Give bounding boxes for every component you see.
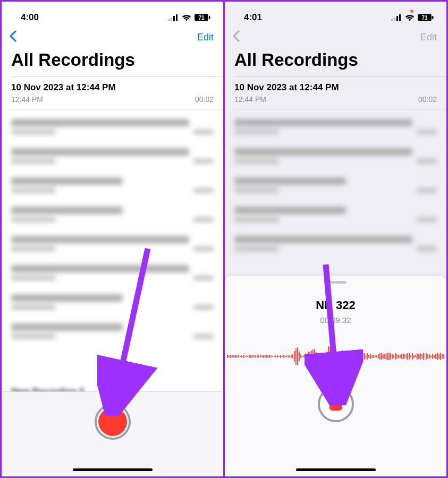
recording-duration: 00:02 bbox=[195, 95, 214, 104]
page-title: All Recordings bbox=[2, 50, 223, 76]
svg-rect-9 bbox=[394, 18, 395, 21]
waveform[interactable] bbox=[225, 342, 446, 371]
svg-rect-2 bbox=[173, 16, 175, 21]
svg-rect-8 bbox=[391, 19, 393, 21]
sheet-grabber[interactable] bbox=[325, 281, 346, 284]
stop-button[interactable] bbox=[318, 386, 354, 422]
chevron-left-icon bbox=[232, 30, 240, 42]
status-bar: 4:01 71 bbox=[225, 2, 446, 27]
svg-rect-0 bbox=[168, 19, 170, 21]
svg-rect-10 bbox=[396, 16, 398, 21]
cellular-icon bbox=[168, 14, 179, 21]
page-title: All Recordings bbox=[225, 50, 446, 76]
recordings-list-blurred bbox=[225, 109, 446, 267]
battery-icon: 71 bbox=[195, 14, 210, 21]
back-button[interactable] bbox=[232, 30, 240, 45]
status-time: 4:01 bbox=[244, 12, 262, 23]
home-indicator[interactable] bbox=[296, 468, 376, 471]
recordings-list-blurred bbox=[2, 109, 223, 355]
home-indicator[interactable] bbox=[73, 468, 153, 471]
record-indicator-circle-icon bbox=[98, 407, 127, 436]
chevron-left-icon bbox=[9, 30, 16, 42]
recording-dot-icon bbox=[410, 10, 413, 13]
svg-rect-11 bbox=[399, 14, 401, 21]
edit-button[interactable]: Edit bbox=[420, 32, 437, 43]
status-icons: 71 bbox=[168, 14, 210, 21]
recording-title: 10 Nov 2023 at 12:44 PM bbox=[11, 82, 214, 93]
svg-rect-3 bbox=[176, 14, 177, 21]
recording-item[interactable]: 10 Nov 2023 at 12:44 PM 12:44 PM 00:02 bbox=[225, 77, 446, 109]
sheet-elapsed-time: 00:09.32 bbox=[320, 315, 351, 325]
wifi-icon bbox=[405, 14, 415, 21]
nav-row: Edit bbox=[2, 27, 223, 50]
battery-icon: 71 bbox=[418, 14, 434, 21]
record-button[interactable] bbox=[95, 404, 131, 440]
svg-text:71: 71 bbox=[198, 15, 205, 21]
stop-indicator-square-icon bbox=[329, 398, 342, 411]
bottom-tray bbox=[2, 391, 223, 476]
recording-time: 12:44 PM bbox=[11, 95, 43, 104]
status-bar: 4:00 71 bbox=[2, 2, 223, 27]
svg-rect-13 bbox=[432, 16, 434, 19]
recording-duration: 00:02 bbox=[418, 95, 437, 104]
phone-left: 4:00 71 Edit All Recordings 10 Nov 2023 … bbox=[2, 2, 225, 476]
recording-sheet[interactable]: NH 322 00:09.32 bbox=[225, 276, 446, 476]
svg-rect-5 bbox=[209, 16, 210, 19]
edit-button[interactable]: Edit bbox=[197, 32, 214, 43]
back-button[interactable] bbox=[9, 30, 16, 45]
nav-row: Edit bbox=[225, 27, 446, 50]
recording-time: 12:44 PM bbox=[234, 95, 266, 104]
wifi-icon bbox=[182, 14, 191, 21]
status-icons: 71 bbox=[391, 14, 434, 21]
recording-item[interactable]: 10 Nov 2023 at 12:44 PM 12:44 PM 00:02 bbox=[2, 77, 223, 109]
recording-title: 10 Nov 2023 at 12:44 PM bbox=[234, 82, 437, 93]
phone-right: 4:01 71 Edit All Recordings 10 Nov 2023 … bbox=[225, 2, 446, 476]
sheet-recording-title: NH 322 bbox=[316, 298, 356, 312]
svg-rect-1 bbox=[171, 18, 172, 21]
status-time: 4:00 bbox=[21, 12, 39, 23]
svg-text:71: 71 bbox=[421, 15, 428, 21]
cellular-icon bbox=[391, 14, 402, 21]
